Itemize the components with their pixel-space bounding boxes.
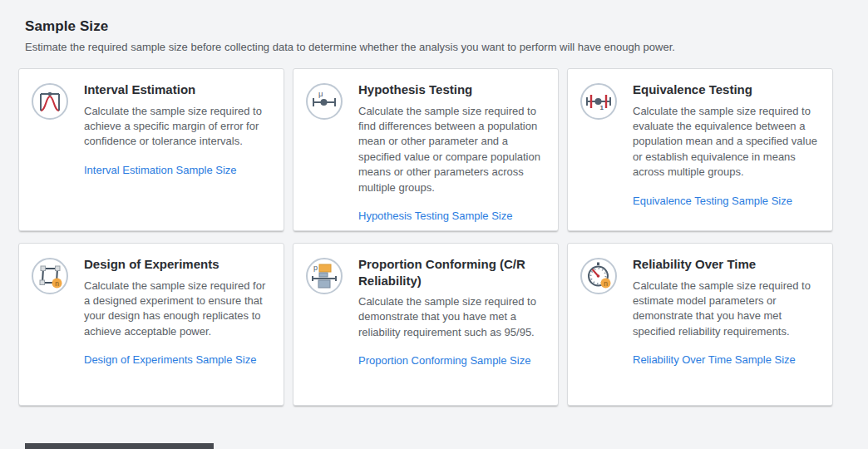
design-of-experiments-icon: n xyxy=(31,257,69,295)
svg-text:μ: μ xyxy=(318,89,323,98)
reliability-over-time-icon: n xyxy=(579,257,618,295)
card-design-of-experiments: n Design of Experiments Calculate the sa… xyxy=(18,243,284,406)
svg-text:n: n xyxy=(55,279,59,288)
proportion-conforming-link[interactable]: Proportion Conforming Sample Size xyxy=(358,354,530,367)
card-body: Interval Estimation Calculate the sample… xyxy=(84,81,272,219)
svg-text:1: 1 xyxy=(600,104,604,111)
equivalence-testing-link[interactable]: Equivalence Testing Sample Size xyxy=(633,195,792,207)
card-description: Calculate the sample size required to fi… xyxy=(358,104,546,196)
hypothesis-testing-link[interactable]: Hypothesis Testing Sample Size xyxy=(358,210,512,222)
interval-estimation-link[interactable]: Interval Estimation Sample Size xyxy=(84,164,237,176)
taskbar-edge-fragment xyxy=(25,443,214,449)
equivalence-testing-icon: 1 xyxy=(579,82,618,121)
card-description: Calculate the sample size required to ev… xyxy=(633,104,821,180)
reliability-over-time-link[interactable]: Reliability Over Time Sample Size xyxy=(633,353,796,366)
page-header: Sample Size Estimate the required sample… xyxy=(25,18,840,53)
card-reliability-over-time: n Reliability Over Time Calculate the sa… xyxy=(567,243,833,406)
card-description: Calculate the sample size required to de… xyxy=(358,294,546,340)
card-title: Design of Experiments xyxy=(84,256,272,273)
card-title: Proportion Conforming (C/R Reliability) xyxy=(358,256,546,289)
interval-estimation-icon xyxy=(31,82,69,121)
card-title: Interval Estimation xyxy=(84,81,272,98)
card-body: Reliability Over Time Calculate the samp… xyxy=(633,256,821,393)
card-body: Design of Experiments Calculate the samp… xyxy=(84,256,272,393)
design-of-experiments-link[interactable]: Design of Experiments Sample Size xyxy=(84,353,256,366)
card-equivalence-testing: 1 Equivalence Testing Calculate the samp… xyxy=(567,68,833,231)
card-title: Reliability Over Time xyxy=(633,256,821,273)
card-interval-estimation: Interval Estimation Calculate the sample… xyxy=(18,68,284,231)
card-title: Equivalence Testing xyxy=(633,81,821,98)
card-hypothesis-testing: μ Hypothesis Testing Calculate the sampl… xyxy=(293,68,559,231)
page-title: Sample Size xyxy=(25,18,840,35)
card-body: Hypothesis Testing Calculate the sample … xyxy=(358,81,546,219)
card-proportion-conforming: p Proportion Conforming (C/R Reliability… xyxy=(293,243,559,406)
proportion-conforming-icon: p xyxy=(305,257,343,295)
hypothesis-testing-icon: μ xyxy=(305,82,343,121)
svg-text:p: p xyxy=(313,264,318,272)
card-description: Calculate the sample size required to ac… xyxy=(84,104,272,150)
card-title: Hypothesis Testing xyxy=(358,81,546,98)
card-description: Calculate the sample size required for a… xyxy=(84,279,272,340)
page-subtitle: Estimate the required sample size before… xyxy=(25,41,840,53)
card-body: Equivalence Testing Calculate the sample… xyxy=(633,81,821,219)
cards-grid: Interval Estimation Calculate the sample… xyxy=(18,68,833,406)
card-description: Calculate the sample size required to es… xyxy=(633,279,821,340)
svg-text:n: n xyxy=(604,279,608,288)
card-body: Proportion Conforming (C/R Reliability) … xyxy=(358,256,546,393)
